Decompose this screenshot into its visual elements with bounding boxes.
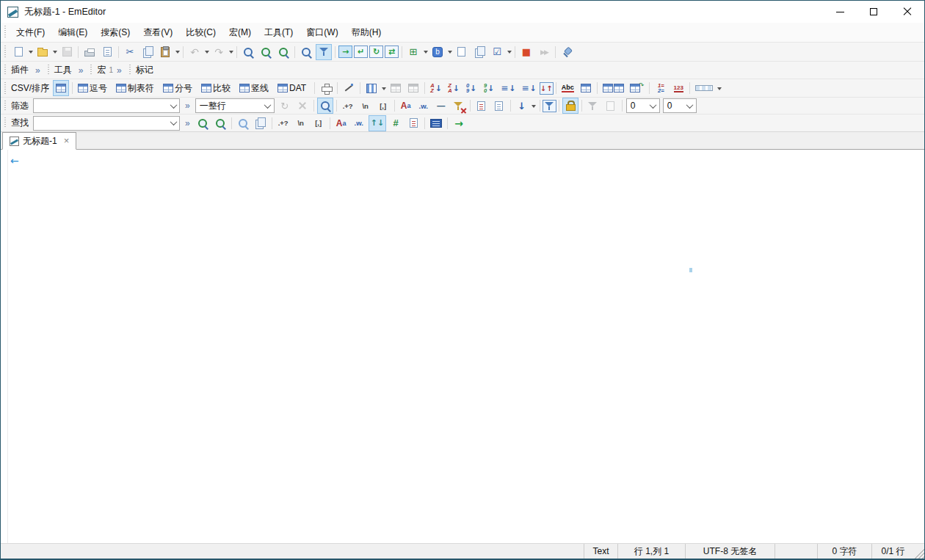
- tools-overflow-chevron[interactable]: »: [75, 65, 87, 76]
- filter-whole-word-button[interactable]: .w.: [416, 98, 432, 114]
- filter-match-case-button[interactable]: Aa: [398, 98, 414, 114]
- column-numbers-button[interactable]: 123: [670, 80, 686, 96]
- find-number-range-button[interactable]: [,]: [311, 115, 327, 131]
- sort-za-button[interactable]: ZA↓: [446, 80, 462, 96]
- select-macro-button[interactable]: ☑: [489, 44, 505, 60]
- lock-filter-button[interactable]: [562, 98, 578, 114]
- paste-button[interactable]: [157, 44, 173, 60]
- find-regex-button[interactable]: .+?: [275, 115, 291, 131]
- filter-find-button[interactable]: [317, 98, 333, 114]
- plugins-button[interactable]: b: [429, 44, 446, 60]
- refresh-filter-button[interactable]: ↻: [277, 98, 293, 114]
- filter-number-range-button[interactable]: [,]: [375, 98, 391, 114]
- menu-search[interactable]: 搜索(S): [94, 23, 137, 42]
- sort-length-desc-button[interactable]: ≡↓: [519, 80, 538, 96]
- pin-button[interactable]: [559, 44, 575, 60]
- advanced-filter-button[interactable]: [585, 98, 601, 114]
- copy-results-button[interactable]: [253, 115, 269, 131]
- filter-negative-button[interactable]: —: [433, 98, 449, 114]
- lines-below-select[interactable]: 0: [663, 98, 697, 113]
- filter-all-doc-button[interactable]: [491, 98, 507, 114]
- chevron-down-icon[interactable]: [167, 99, 179, 112]
- filter-input[interactable]: [34, 100, 167, 112]
- sort-az-button[interactable]: AZ↓: [428, 80, 444, 96]
- menu-file[interactable]: 文件(F): [10, 23, 51, 42]
- clear-filter-button[interactable]: [294, 98, 311, 114]
- new-file-button[interactable]: [10, 44, 26, 60]
- bookmark-lines-button[interactable]: [405, 115, 421, 131]
- combine-lines-button[interactable]: [601, 80, 626, 96]
- open-file-dropdown[interactable]: [51, 44, 58, 60]
- print-preview-button[interactable]: [99, 44, 115, 60]
- menu-edit[interactable]: 编辑(E): [51, 23, 94, 42]
- status-cursor-position[interactable]: 行 1,列 1: [617, 544, 685, 559]
- insert-column-button[interactable]: [405, 80, 421, 96]
- extract-options-button[interactable]: [603, 98, 619, 114]
- wrap-page-button[interactable]: ⇄: [385, 46, 399, 58]
- sort-num-desc-button[interactable]: 90↓: [481, 80, 497, 96]
- add-csv-mode-button[interactable]: [318, 80, 334, 96]
- cut-button[interactable]: ✂: [122, 44, 138, 60]
- filter-matched-doc-button[interactable]: [474, 98, 490, 114]
- tab-untitled-1[interactable]: 无标题-1 ×: [2, 132, 76, 150]
- csv-normal-mode-button[interactable]: [53, 80, 69, 96]
- undo-button[interactable]: ↶: [186, 44, 203, 60]
- edit-macro-button[interactable]: ✔: [454, 44, 470, 60]
- filter-overflow-chevron[interactable]: »: [181, 101, 194, 111]
- toolbar-grip[interactable]: [4, 65, 6, 76]
- count-matches-button[interactable]: #: [388, 115, 404, 131]
- find-overflow-chevron[interactable]: »: [181, 118, 194, 128]
- toolbar-grip[interactable]: [129, 65, 131, 76]
- toolbar-grip[interactable]: [48, 65, 49, 76]
- maximize-button[interactable]: [857, 1, 890, 23]
- filter-options-button[interactable]: [543, 100, 556, 112]
- csv-mode-comma-button[interactable]: 逗号: [76, 80, 112, 96]
- sort-length-asc-button[interactable]: ≡↓: [498, 80, 518, 96]
- close-button[interactable]: [890, 1, 924, 23]
- toolbar-grip[interactable]: [4, 46, 6, 58]
- select-macro-dropdown[interactable]: [506, 44, 512, 60]
- plugins-overflow-chevron[interactable]: »: [32, 65, 44, 76]
- editor-area[interactable]: ←: [1, 150, 924, 543]
- csv-convert-button[interactable]: [341, 80, 357, 96]
- menu-help[interactable]: 帮助(H): [345, 23, 388, 42]
- delete-duplicates-button[interactable]: Abc: [559, 80, 576, 96]
- show-ruler-button[interactable]: [693, 80, 715, 96]
- filter-escape-button[interactable]: \n: [358, 98, 374, 114]
- find-input[interactable]: [34, 117, 167, 129]
- status-doc-type[interactable]: Text: [584, 544, 617, 559]
- csv-mode-compare-button[interactable]: 比较: [199, 80, 236, 96]
- toolbar-grip[interactable]: [4, 82, 6, 94]
- csv-mode-pipe-button[interactable]: 竖线: [237, 80, 274, 96]
- toolbar-grip[interactable]: [4, 26, 6, 39]
- save-button[interactable]: [59, 44, 75, 60]
- tab-close-button[interactable]: ×: [64, 137, 70, 145]
- redo-button[interactable]: ↷: [211, 44, 227, 60]
- menu-window[interactable]: 窗口(W): [300, 23, 344, 42]
- menu-view[interactable]: 查看(V): [137, 23, 179, 42]
- print-button[interactable]: [81, 44, 98, 60]
- highlight-all-button[interactable]: [235, 115, 251, 131]
- ruler-dropdown[interactable]: [716, 80, 722, 96]
- filter-direction-dropdown[interactable]: [531, 98, 537, 114]
- status-line-count[interactable]: 0/1 行: [871, 544, 914, 559]
- edit-macros-button[interactable]: ✔: [471, 44, 487, 60]
- delete-duplicates-column-button[interactable]: [578, 80, 594, 96]
- wrap-char-button[interactable]: ↻: [369, 46, 383, 58]
- status-encoding[interactable]: UTF-8 无签名: [685, 544, 775, 559]
- csv-mode-semicolon-button[interactable]: 分号: [161, 80, 197, 96]
- find-in-files-button[interactable]: [298, 44, 314, 60]
- reverse-order-button[interactable]: ↓↑: [540, 82, 554, 95]
- menu-compare[interactable]: 比较(C): [179, 23, 222, 42]
- copy-button[interactable]: [139, 44, 156, 60]
- open-file-button[interactable]: [35, 44, 51, 60]
- csv-mode-tab-button[interactable]: 制表符: [114, 80, 159, 96]
- record-macro-button[interactable]: ■: [518, 44, 534, 60]
- macros-overflow-chevron[interactable]: »: [113, 65, 126, 76]
- select-column-dropdown[interactable]: [380, 80, 387, 96]
- filter-regex-button[interactable]: .+?: [340, 98, 356, 114]
- select-column-button[interactable]: [363, 80, 380, 96]
- split-column-button[interactable]: ↷: [628, 80, 647, 96]
- paste-dropdown[interactable]: [174, 44, 181, 60]
- chevron-down-icon[interactable]: [167, 117, 179, 130]
